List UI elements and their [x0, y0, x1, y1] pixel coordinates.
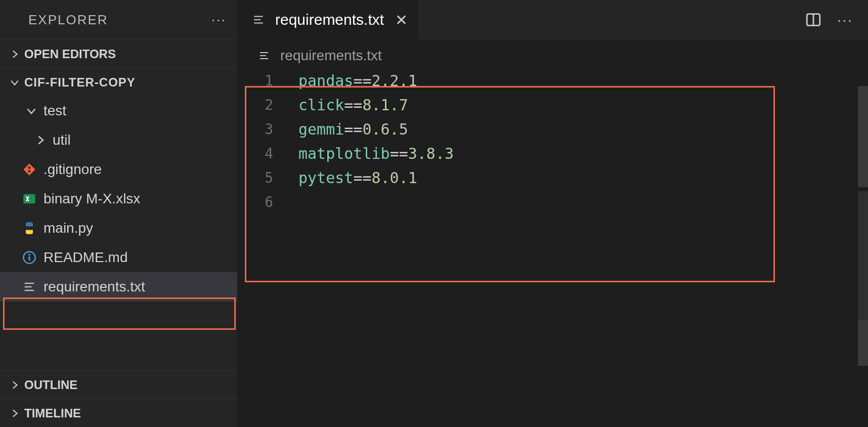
- section-label: OUTLINE: [24, 378, 77, 392]
- tree-file[interactable]: binary M-X.xlsx: [0, 184, 237, 214]
- code-line[interactable]: 1pandas==2.2.1: [238, 69, 868, 93]
- tree-folder-label: test: [44, 103, 66, 119]
- section-label: TIMELINE: [24, 406, 81, 420]
- tree-file-label: main.py: [44, 220, 93, 236]
- tree-file[interactable]: README.md: [0, 243, 237, 272]
- minimap[interactable]: [854, 39, 868, 427]
- tree-file-label: README.md: [44, 249, 127, 266]
- excel-icon: [22, 192, 44, 206]
- minimap-slider[interactable]: [858, 320, 868, 366]
- editor-more-icon[interactable]: ···: [837, 11, 853, 28]
- explorer-title: EXPLORER: [28, 12, 108, 28]
- file-tree: test util .gitignore binary M-X.xlsx: [0, 96, 237, 370]
- section-label: OPEN EDITORS: [24, 47, 116, 61]
- section-open-editors[interactable]: OPEN EDITORS: [0, 39, 237, 68]
- code-text: click==8.1.7: [298, 93, 408, 117]
- code-text: pandas==2.2.1: [298, 69, 417, 93]
- explorer-header: EXPLORER ···: [0, 0, 237, 39]
- line-number: 3: [238, 117, 298, 142]
- tree-file-label: .gitignore: [44, 161, 102, 178]
- text-lines-icon: [252, 13, 268, 26]
- tab-label: requirements.txt: [275, 11, 384, 28]
- line-number: 5: [238, 166, 298, 190]
- explorer-sidebar: EXPLORER ··· OPEN EDITORS CIF-FILTER-COP…: [0, 0, 238, 427]
- python-icon: [22, 221, 44, 235]
- code-text: pytest==8.0.1: [298, 166, 417, 190]
- svg-point-3: [28, 253, 30, 255]
- chevron-down-icon: [10, 78, 24, 87]
- code-text: matplotlib==3.8.3: [298, 142, 454, 166]
- minimap-region: [858, 86, 868, 187]
- section-label: CIF-FILTER-COPY: [24, 75, 136, 90]
- breadcrumb-label: requirements.txt: [280, 48, 382, 64]
- section-outline[interactable]: OUTLINE: [0, 370, 237, 399]
- tab-bar: requirements.txt ✕ ···: [238, 0, 868, 39]
- tree-file[interactable]: main.py: [0, 214, 237, 243]
- tree-folder[interactable]: util: [0, 125, 237, 155]
- app-root: EXPLORER ··· OPEN EDITORS CIF-FILTER-COP…: [0, 0, 868, 427]
- section-project[interactable]: CIF-FILTER-COPY: [0, 68, 237, 96]
- tree-file[interactable]: .gitignore: [0, 155, 237, 184]
- git-icon: [22, 162, 44, 177]
- minimap-region: [858, 191, 868, 323]
- line-number: 2: [238, 93, 298, 117]
- breadcrumb[interactable]: requirements.txt: [238, 39, 868, 69]
- code-text: gemmi==0.6.5: [298, 117, 408, 142]
- tree-file-active[interactable]: requirements.txt: [0, 272, 237, 302]
- chevron-down-icon: [26, 106, 44, 116]
- tree-folder[interactable]: test: [0, 96, 237, 125]
- code-line[interactable]: 4matplotlib==3.8.3: [238, 142, 868, 166]
- tab-requirements[interactable]: requirements.txt ✕: [238, 0, 418, 39]
- tab-actions: ···: [805, 0, 868, 39]
- chevron-right-icon: [10, 409, 24, 418]
- info-icon: [22, 250, 44, 265]
- tree-file-label: requirements.txt: [44, 279, 145, 295]
- chevron-right-icon: [35, 135, 53, 145]
- code-line[interactable]: 6: [238, 190, 868, 215]
- line-number: 4: [238, 142, 298, 166]
- text-lines-icon: [258, 50, 273, 62]
- close-icon[interactable]: ✕: [395, 11, 408, 29]
- svg-rect-0: [23, 194, 35, 204]
- section-timeline[interactable]: TIMELINE: [0, 399, 237, 427]
- line-number: 6: [238, 190, 298, 215]
- tree-file-label: binary M-X.xlsx: [44, 191, 140, 207]
- editor-body: requirements.txt 1pandas==2.2.12click==8…: [238, 39, 868, 427]
- split-editor-icon[interactable]: [805, 11, 822, 28]
- explorer-more-icon[interactable]: ···: [211, 12, 226, 28]
- code-editor[interactable]: 1pandas==2.2.12click==8.1.73gemmi==0.6.5…: [238, 69, 868, 215]
- code-line[interactable]: 3gemmi==0.6.5: [238, 117, 868, 142]
- chevron-right-icon: [10, 50, 24, 59]
- chevron-right-icon: [10, 380, 24, 390]
- sidebar-bottom: OUTLINE TIMELINE: [0, 370, 237, 427]
- tree-folder-label: util: [53, 132, 71, 148]
- code-line[interactable]: 5pytest==8.0.1: [238, 166, 868, 190]
- code-line[interactable]: 2click==8.1.7: [238, 93, 868, 117]
- editor-area: requirements.txt ✕ ··· requirements.txt …: [238, 0, 868, 427]
- text-lines-icon: [22, 280, 44, 294]
- line-number: 1: [238, 69, 298, 93]
